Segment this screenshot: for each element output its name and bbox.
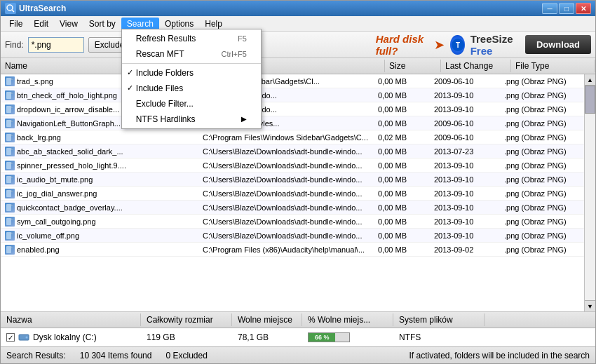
main-content: Name Size Last Change File Type trad_s.p… [1, 58, 595, 346]
file-type-cell: .png (Obraz PNG) [500, 203, 584, 213]
menu-file[interactable]: File [4, 18, 28, 30]
file-row[interactable]: trad_s.png C:\Windows\Sidebar\Gadgets\Cl… [1, 74, 584, 88]
file-date-cell: 2009-06-10 [430, 76, 500, 86]
menu-sortby[interactable]: Sort by [83, 18, 121, 30]
disk-progress-fill: 66 % [309, 333, 335, 342]
col-size[interactable]: Size [385, 60, 441, 72]
file-path-cell: C:\Users\Blaze\Downloads\adt-bundle-wind… [198, 147, 374, 156]
file-name: back_lrg.png [17, 133, 61, 142]
file-date-cell: 2013-09-02 [430, 245, 500, 255]
file-row[interactable]: ic_volume_off.png C:\Users\Blaze\Downloa… [1, 229, 584, 243]
svg-marker-15 [11, 148, 13, 150]
status-info: If activated, folders will be included i… [409, 351, 590, 360]
file-row[interactable]: NavigationLeft_ButtonGraph... ...\Shared… [1, 116, 584, 130]
ad-text: Hard disk full? [376, 33, 429, 57]
svg-rect-16 [6, 162, 11, 169]
file-type: .png (Obraz PNG) [504, 175, 567, 184]
svg-rect-22 [6, 204, 11, 211]
file-type: .png (Obraz PNG) [504, 189, 567, 198]
maximize-button[interactable]: □ [559, 3, 574, 14]
menu-view[interactable]: View [54, 18, 83, 30]
close-button[interactable]: ✕ [576, 3, 591, 14]
file-date-cell: 2013-09-10 [430, 105, 500, 114]
menu-include-files[interactable]: ✓ Include Files [122, 81, 261, 96]
menu-include-folders[interactable]: ✓ Include Folders [122, 65, 261, 81]
file-icon [5, 189, 15, 198]
menu-ntfs-hardlinks[interactable]: NTFS Hardlinks ▶ [122, 112, 261, 127]
disk-fs: NTFS [393, 331, 485, 344]
svg-rect-26 [6, 232, 11, 239]
file-size-cell: 0,02 MB [374, 133, 430, 142]
file-path: C:\Users\Blaze\Downloads\adt-bundle-wind… [203, 231, 362, 240]
file-size: 0,00 MB [378, 245, 407, 254]
file-date: 2009-06-10 [434, 133, 473, 142]
search-menu: Refresh Results F5 Rescan MFT Ctrl+F5 ✓ … [121, 29, 262, 129]
file-row[interactable]: ic_audio_bt_mute.png C:\Users\Blaze\Down… [1, 173, 584, 187]
download-button[interactable]: Download [525, 35, 591, 54]
file-row[interactable]: ic_jog_dial_answer.png C:\Users\Blaze\Do… [1, 187, 584, 201]
disk-col-fs: System plików [393, 314, 485, 326]
file-row[interactable]: sym_call_outgoing.png C:\Users\Blaze\Dow… [1, 215, 584, 229]
file-type: .png (Obraz PNG) [504, 105, 567, 114]
menu-rescan-mft[interactable]: Rescan MFT Ctrl+F5 [122, 46, 261, 62]
col-type[interactable]: File Type [511, 60, 595, 72]
vertical-scrollbar[interactable]: ▲ ▼ [584, 74, 595, 311]
file-icon [5, 76, 15, 86]
file-row[interactable]: back_lrg.png C:\Program Files\Windows Si… [1, 130, 584, 144]
find-input[interactable] [28, 37, 84, 53]
file-row[interactable]: quickcontact_badge_overlay.... C:\Users\… [1, 201, 584, 215]
svg-rect-14 [6, 148, 11, 155]
window-controls: ─ □ ✕ [542, 3, 591, 14]
disk-checkbox[interactable]: ✓ [6, 333, 15, 342]
app-icon [5, 3, 16, 14]
file-date: 2013-07-23 [434, 147, 473, 156]
file-path: C:\Users\Blaze\Downloads\adt-bundle-wind… [203, 217, 362, 226]
file-path-cell: C:\Users\Blaze\Downloads\adt-bundle-wind… [198, 203, 374, 213]
disk-col-nazwa: Nazwa [1, 314, 141, 326]
file-row[interactable]: dropdown_ic_arrow_disable... ...\adt-bun… [1, 102, 584, 116]
minimize-button[interactable]: ─ [542, 3, 557, 14]
file-row[interactable]: abc_ab_stacked_solid_dark_... C:\Users\B… [1, 144, 584, 159]
file-name: ic_audio_bt_mute.png [17, 175, 93, 184]
svg-marker-21 [11, 190, 13, 192]
menu-edit[interactable]: Edit [28, 18, 54, 30]
disk-total: 119 GB [141, 331, 232, 344]
file-row[interactable]: enabled.png C:\Program Files (x86)\Audac… [1, 243, 584, 257]
file-date-cell: 2013-09-10 [430, 189, 500, 198]
file-size-cell: 0,00 MB [374, 90, 430, 100]
file-name: sym_call_outgoing.png [17, 217, 96, 226]
find-label: Find: [5, 40, 24, 50]
file-date: 2013-09-02 [434, 245, 473, 254]
file-size: 0,00 MB [378, 175, 407, 184]
col-date[interactable]: Last Change [441, 60, 511, 72]
file-size: 0,00 MB [378, 119, 407, 128]
svg-marker-19 [11, 176, 13, 178]
file-date-cell: 2013-09-10 [430, 175, 500, 184]
status-excluded: 0 Excluded [165, 351, 207, 360]
file-icon [5, 217, 15, 227]
file-size: 0,00 MB [378, 231, 407, 240]
file-row[interactable]: spinner_pressed_holo_light.9.... C:\User… [1, 159, 584, 173]
file-size: 0,00 MB [378, 91, 407, 100]
file-icon [5, 133, 15, 142]
disk-name: Dysk lokalny (C:) [33, 332, 97, 342]
file-path: C:\Program Files (x86)\Audacity\help\man… [203, 245, 365, 254]
file-list: trad_s.png C:\Windows\Sidebar\Gadgets\Cl… [1, 74, 584, 311]
file-name: ic_volume_off.png [17, 231, 79, 240]
window-title: UltraSearch [19, 4, 542, 13]
file-date: 2013-09-10 [434, 105, 473, 114]
file-date: 2013-09-10 [434, 203, 473, 212]
file-size-cell: 0,00 MB [374, 119, 430, 128]
disk-free: 78,1 GB [232, 331, 302, 344]
file-path: C:\Program Files\Windows Sidebar\Gadgets… [203, 133, 368, 142]
menu-exclude-filter[interactable]: Exclude Filter... [122, 96, 261, 112]
status-results-label: Search Results: [6, 351, 66, 360]
file-row[interactable]: btn_check_off_holo_light.png ...\adt-bun… [1, 88, 584, 102]
file-path: C:\Users\Blaze\Downloads\adt-bundle-wind… [203, 189, 362, 198]
file-name: quickcontact_badge_overlay.... [17, 203, 123, 212]
file-date-cell: 2013-09-10 [430, 203, 500, 213]
status-bar: Search Results: 10 304 Items found 0 Exc… [1, 346, 595, 363]
menu-refresh-results[interactable]: Refresh Results F5 [122, 31, 261, 46]
file-name: abc_ab_stacked_solid_dark_... [17, 147, 123, 156]
file-type-cell: .png (Obraz PNG) [500, 245, 584, 255]
